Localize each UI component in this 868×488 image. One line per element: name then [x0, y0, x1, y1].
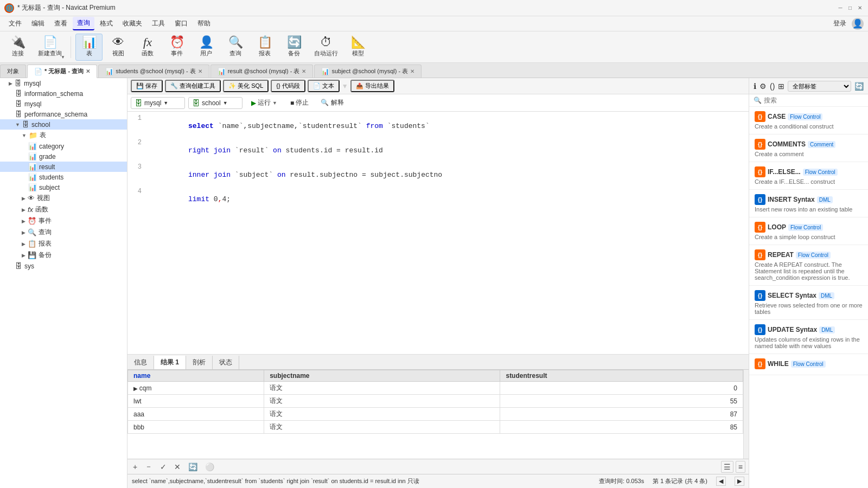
explain-button[interactable]: 🔍 解释 — [316, 97, 348, 109]
snippet-while[interactable]: {} WHILE Flow Control — [749, 354, 868, 375]
sidebar-item-performance-schema[interactable]: 🗄 performance_schema — [0, 109, 127, 119]
results-tab-info[interactable]: 信息 — [127, 356, 154, 369]
toolbar-function[interactable]: fx 函数 — [134, 34, 161, 61]
code-snippet-button[interactable]: {} 代码段 — [271, 80, 305, 92]
run-button[interactable]: ▶ 运行 ▼ — [246, 97, 283, 109]
sidebar-item-result[interactable]: 📊 result — [0, 162, 127, 172]
toolbar-query[interactable]: 🔍 查询 — [222, 34, 249, 61]
refresh-button[interactable]: 🔄 — [186, 461, 200, 472]
sidebar-item-mysql[interactable]: ▶ 🗄 mysql — [0, 78, 127, 88]
sidebar-item-reports[interactable]: ▶ 📋 报表 — [0, 238, 127, 249]
grid-view-button[interactable]: ☰ — [721, 461, 733, 473]
code-editor[interactable]: 1 select `name`,subjectname,`studentresu… — [127, 112, 749, 355]
sidebar-item-information-schema[interactable]: 🗄 information_schema — [0, 88, 127, 99]
status-nav-next[interactable]: ▶ — [735, 477, 744, 486]
results-tab-result1[interactable]: 结果 1 — [154, 356, 186, 369]
toolbar-backup[interactable]: 🔄 备份 — [280, 34, 308, 61]
menu-window[interactable]: 窗口 — [170, 17, 192, 30]
sidebar-item-school[interactable]: ▼ 🗄 school — [0, 119, 127, 130]
cancel-button[interactable]: ✕ — [172, 461, 183, 472]
menu-query[interactable]: 查询 — [73, 17, 94, 30]
snippet-comments[interactable]: {} COMMENTS Comment Create a comment — [749, 134, 868, 162]
sidebar-item-sys[interactable]: 🗄 sys — [0, 261, 127, 271]
tab-query-close[interactable]: ✕ — [86, 68, 90, 74]
user-avatar[interactable]: 👤 — [852, 18, 864, 30]
sidebar-item-events[interactable]: ▶ ⏰ 事件 — [0, 215, 127, 227]
text-button[interactable]: 📄 文本 — [308, 80, 340, 92]
status-nav-prev[interactable]: ◀ — [716, 477, 726, 486]
menu-edit[interactable]: 编辑 — [27, 17, 49, 30]
menu-favorites[interactable]: 收藏夹 — [118, 17, 146, 30]
table-row[interactable]: lwt 语文 55 — [128, 395, 743, 408]
toolbar-autorun[interactable]: ⏱ 自动运行 — [310, 34, 342, 61]
grid-icon[interactable]: ⊞ — [778, 82, 784, 91]
sidebar-item-backups[interactable]: ▶ 💾 备份 — [0, 249, 127, 261]
tab-result-close[interactable]: ✕ — [302, 68, 306, 74]
toolbar-connect[interactable]: 🔌 连接 — [4, 34, 31, 61]
snippet-select[interactable]: {} SELECT Syntax DML Retrieve rows selec… — [749, 286, 868, 320]
toolbar-report[interactable]: 📋 报表 — [251, 34, 278, 61]
info-icon[interactable]: ℹ — [754, 82, 756, 91]
menu-help[interactable]: 帮助 — [193, 17, 215, 30]
sidebar-item-category[interactable]: 📊 category — [0, 141, 127, 151]
close-button[interactable]: ✕ — [856, 4, 864, 12]
sidebar-item-grade[interactable]: 📊 grade — [0, 151, 127, 162]
save-button[interactable]: 💾 保存 — [131, 80, 163, 92]
clear-button[interactable]: ⚪ — [203, 461, 216, 472]
schema-selector[interactable]: 🗄 school ▼ — [188, 97, 242, 109]
tag-filter-select[interactable]: 全部标签 — [788, 81, 851, 92]
toolbar-view[interactable]: 👁 视图 — [105, 34, 132, 61]
snippet-search-input[interactable] — [764, 97, 864, 104]
snippet-repeat[interactable]: {} REPEAT Flow Control Create A REPEAT c… — [749, 245, 868, 286]
sidebar-item-mysql-db[interactable]: 🗄 mysql — [0, 99, 127, 109]
tab-result[interactable]: 📊 result @school (mysql) - 表 ✕ — [210, 65, 314, 78]
menu-view[interactable]: 查看 — [50, 17, 72, 30]
stop-button[interactable]: ■ 停止 — [286, 97, 313, 109]
tab-subject[interactable]: 📊 subject @school (mysql) - 表 ✕ — [314, 65, 422, 78]
sidebar-item-students[interactable]: 📊 students — [0, 172, 127, 182]
sidebar-item-subject[interactable]: 📊 subject — [0, 182, 127, 192]
results-tab-status[interactable]: 状态 — [213, 356, 239, 369]
maximize-button[interactable]: □ — [846, 4, 854, 12]
results-tab-profile[interactable]: 剖析 — [186, 356, 213, 369]
snippet-insert[interactable]: {} INSERT Syntax DML Insert new rows int… — [749, 190, 868, 217]
menu-format[interactable]: 格式 — [95, 17, 117, 30]
login-button[interactable]: 登录 — [833, 19, 846, 28]
database-selector[interactable]: 🗄 mysql ▼ — [131, 97, 185, 109]
snippet-ifelse[interactable]: {} IF...ELSE... Flow Control Create a IF… — [749, 162, 868, 190]
new-query-dropdown[interactable]: ▼ — [61, 55, 65, 60]
sidebar-item-queries[interactable]: ▶ 🔍 查询 — [0, 227, 127, 238]
snippet-loop[interactable]: {} LOOP Flow Control Create a simple loo… — [749, 217, 868, 245]
snippet-case[interactable]: {} CASE Flow Control Create a conditiona… — [749, 107, 868, 134]
settings-icon[interactable]: ⚙ — [760, 82, 767, 91]
export-result-button[interactable]: 📤 导出结果 — [350, 80, 394, 92]
delete-row-button[interactable]: － — [143, 461, 155, 473]
tab-students[interactable]: 📊 students @school (mysql) - 表 ✕ — [98, 65, 209, 78]
menu-tools[interactable]: 工具 — [148, 17, 169, 30]
sidebar-item-tables[interactable]: ▼ 📁 表 — [0, 130, 127, 141]
toolbar-model[interactable]: 📐 模型 — [344, 34, 372, 61]
query-builder-button[interactable]: 🔧 查询创建工具 — [165, 80, 221, 92]
tick-button[interactable]: ✓ — [158, 461, 169, 472]
tab-query[interactable]: 📄 * 无标题 - 查询 ✕ — [27, 65, 97, 78]
sidebar-item-functions[interactable]: ▶ fx 函数 — [0, 204, 127, 215]
toolbar-event[interactable]: ⏰ 事件 — [163, 34, 190, 61]
list-view-button[interactable]: ≡ — [736, 461, 745, 473]
table-row[interactable]: aaa 语文 87 — [128, 408, 743, 421]
table-row[interactable]: bbb 语文 85 — [128, 421, 743, 434]
title-bar-controls[interactable]: ─ □ ✕ — [837, 4, 864, 12]
minimize-button[interactable]: ─ — [837, 4, 844, 12]
snippet-update[interactable]: {} UPDATE Syntax DML Updates columns of … — [749, 320, 868, 354]
toolbar-table[interactable]: 📊 表 — [75, 34, 103, 61]
menu-file[interactable]: 文件 — [4, 17, 26, 30]
toolbar-user[interactable]: 👤 用户 — [193, 34, 220, 61]
refresh-snippets-icon[interactable]: 🔄 — [854, 82, 864, 91]
tab-students-close[interactable]: ✕ — [198, 68, 202, 74]
sidebar-item-views[interactable]: ▶ 👁 视图 — [0, 192, 127, 204]
beautify-sql-button[interactable]: ✨ 美化 SQL — [223, 80, 269, 92]
brackets-icon[interactable]: () — [770, 82, 775, 91]
results-scrollbar[interactable] — [743, 370, 749, 459]
tab-objects[interactable]: 对象 — [0, 65, 26, 78]
table-row[interactable]: ▶ cqm 语文 0 — [128, 382, 743, 395]
tab-subject-close[interactable]: ✕ — [410, 68, 414, 74]
